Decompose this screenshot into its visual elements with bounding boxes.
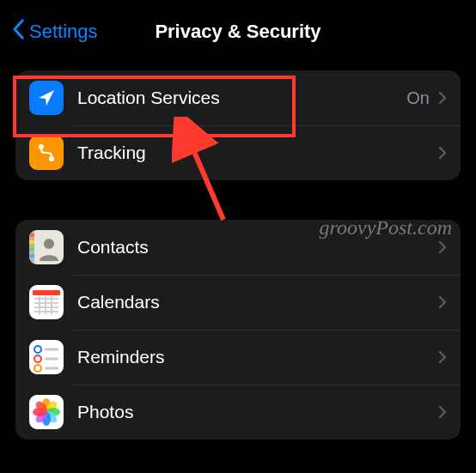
svg-rect-13: [39, 296, 40, 314]
svg-point-1: [49, 156, 54, 161]
svg-rect-3: [29, 233, 34, 237]
svg-point-20: [34, 365, 41, 372]
calendars-icon: [29, 285, 64, 319]
chevron-right-icon: [438, 295, 447, 309]
reminders-icon: [29, 340, 64, 374]
svg-rect-21: [45, 367, 58, 370]
settings-group-1: Location Services On Tracking: [15, 70, 461, 180]
svg-rect-15: [51, 296, 52, 314]
chevron-right-icon: [438, 350, 447, 364]
back-label: Settings: [29, 21, 98, 43]
back-button[interactable]: Settings: [12, 19, 98, 45]
row-label: Location Services: [77, 88, 406, 108]
svg-rect-4: [29, 240, 34, 244]
row-contacts[interactable]: Contacts: [15, 220, 461, 275]
svg-rect-5: [29, 247, 34, 251]
row-label: Reminders: [77, 347, 438, 367]
row-reminders[interactable]: Reminders: [15, 330, 461, 385]
photos-icon: [29, 395, 64, 429]
svg-rect-19: [45, 358, 58, 361]
svg-point-7: [44, 239, 54, 249]
svg-rect-8: [33, 290, 60, 295]
svg-rect-17: [45, 349, 58, 351]
row-label: Tracking: [77, 143, 438, 163]
row-label: Calendars: [77, 292, 438, 312]
row-photos[interactable]: Photos: [15, 385, 461, 440]
chevron-right-icon: [438, 146, 447, 160]
row-calendars[interactable]: Calendars: [15, 275, 461, 330]
svg-rect-14: [45, 296, 46, 314]
row-tracking[interactable]: Tracking: [15, 125, 461, 180]
row-label: Contacts: [77, 237, 438, 258]
svg-point-16: [34, 346, 41, 353]
chevron-right-icon: [438, 91, 447, 105]
svg-point-18: [34, 355, 41, 362]
row-label: Photos: [77, 402, 438, 422]
row-value: On: [406, 88, 430, 108]
svg-rect-6: [29, 254, 34, 258]
chevron-right-icon: [438, 405, 447, 419]
settings-group-2: Contacts Calendars: [15, 220, 461, 440]
location-services-icon: [29, 81, 64, 115]
contacts-icon: [29, 230, 64, 264]
row-location-services[interactable]: Location Services On: [15, 70, 461, 125]
svg-point-0: [39, 144, 44, 149]
tracking-icon: [29, 136, 64, 170]
chevron-left-icon: [12, 19, 26, 45]
nav-bar: Settings Privacy & Security: [0, 0, 476, 60]
chevron-right-icon: [438, 240, 447, 254]
